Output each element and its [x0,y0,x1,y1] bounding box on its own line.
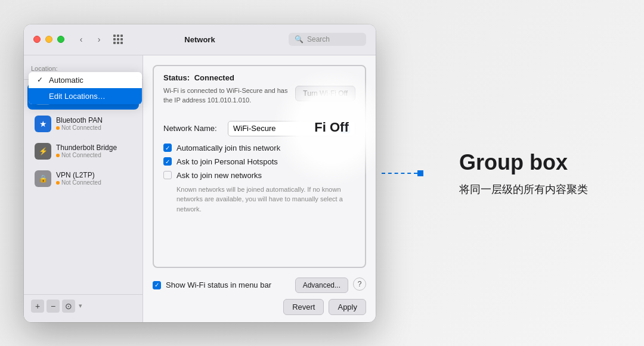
vpn-network-info: VPN (L2TP) Not Connected [56,171,132,186]
page-wrapper: ‹ › Network 🔍 Search Lo [0,0,644,346]
locations-area: Location: ✓ Automatic Edit Locations… [24,60,143,80]
personal-hotspot-label: Ask to join Personal Hotspots [177,157,278,166]
vpn-icon: 🔒 [35,170,51,187]
annotation-subtitle: 将同一层级的所有内容聚类 [459,182,620,197]
thunderbolt-network-info: Thunderbolt Bridge Not Connected [56,144,132,158]
bluetooth-name: Bluetooth PAN [56,116,132,124]
dropdown-item-edit-locations[interactable]: Edit Locations… [29,88,142,104]
back-button[interactable]: ‹ [74,32,88,46]
dropdown-automatic-label: Automatic [49,76,83,85]
sidebar-controls: + − ⊙ ▾ [24,294,143,317]
checkmark-icon: ✓ [37,76,45,84]
more-chevron: ▾ [79,302,82,310]
main-content: Status: Connected Wi-Fi is connected to … [143,55,376,322]
network-name-input[interactable]: WiFi-Secure ▲ [228,121,355,136]
network-name-row: Network Name: WiFi-Secure ▲ [163,121,355,136]
vpn-status: Not Connected [56,179,132,186]
sidebar: Location: ✓ Automatic Edit Locations… [24,55,143,322]
new-networks-label: Ask to join new networks [177,171,262,180]
bottom-buttons-right: Advanced... ? [295,278,366,293]
show-wifi-check[interactable]: ✓ Show Wi-Fi status in menu bar [153,280,271,289]
locations-label: Location: [31,65,135,72]
dashed-line [382,173,417,174]
bluetooth-icon: ★ [35,116,51,132]
dropdown-item-automatic[interactable]: ✓ Automatic [29,72,142,88]
dashed-connector [382,170,423,176]
status-row: Status: Connected [163,73,288,82]
minimize-button[interactable] [45,36,52,43]
search-icon: 🔍 [295,35,304,43]
close-button[interactable] [33,36,41,43]
window-body: Location: ✓ Automatic Edit Locations… [24,55,376,322]
network-name-value: WiFi-Secure [233,124,276,133]
network-list: Wi-Fi Connected ★ Bluetooth PAN [24,80,143,294]
thunderbolt-name: Thunderbolt Bridge [56,144,132,152]
status-description: Wi-Fi is connected to WiFi-Secure and ha… [163,86,288,105]
grid-icon[interactable] [111,32,125,46]
advanced-button[interactable]: Advanced... [295,278,348,293]
right-annotation-panel: Group box 将同一层级的所有内容聚类 [423,150,620,197]
remove-network-button[interactable]: − [47,300,60,313]
network-name-label: Network Name: [163,124,223,133]
traffic-lights [33,36,64,43]
show-wifi-checkbox[interactable]: ✓ [153,281,161,289]
show-wifi-row: ✓ Show Wi-Fi status in menu bar Advanced… [153,278,366,293]
stepper-up[interactable]: ▲ [340,124,350,133]
locations-dropdown[interactable]: ✓ Automatic Edit Locations… [29,72,142,104]
network-item-vpn[interactable]: 🔒 VPN (L2TP) Not Connected [27,166,139,192]
bluetooth-network-info: Bluetooth PAN Not Connected [56,116,132,131]
forward-button[interactable]: › [92,32,106,46]
search-placeholder: Search [307,35,330,43]
dropdown-edit-locations-label: Edit Locations… [49,92,106,101]
connector-dot [417,170,423,176]
thunderbolt-icon: ⚡ [35,143,51,160]
auto-join-row[interactable]: ✓ Automatically join this network [163,144,355,152]
new-networks-checkbox[interactable] [163,171,172,179]
search-bar[interactable]: 🔍 Search [289,33,366,46]
help-button[interactable]: ? [353,278,366,291]
network-item-bluetooth[interactable]: ★ Bluetooth PAN Not Connected [27,111,139,137]
fullscreen-button[interactable] [57,36,64,43]
vpn-status-dot [56,181,60,185]
more-options-button[interactable]: ⊙ [62,300,75,313]
revert-button[interactable]: Revert [283,299,324,315]
network-item-thunderbolt[interactable]: ⚡ Thunderbolt Bridge Not Connected [27,138,139,164]
new-networks-description: Known networks will be joined automatica… [177,185,355,214]
group-header: Status: Connected Wi-Fi is connected to … [163,73,355,114]
add-network-button[interactable]: + [31,300,44,313]
annotation-title: Group box [459,150,620,175]
apply-button[interactable]: Apply [329,299,366,315]
new-networks-row[interactable]: Ask to join new networks [163,171,355,180]
show-wifi-label: Show Wi-Fi status in menu bar [166,280,271,289]
status-value: Connected [194,73,234,82]
bottom-area: ✓ Show Wi-Fi status in menu bar Advanced… [143,273,376,322]
bt-status-dot [56,126,60,130]
status-label: Status: [163,73,190,82]
mac-window: ‹ › Network 🔍 Search Lo [24,24,376,322]
personal-hotspot-checkbox[interactable]: ✓ [163,157,172,166]
title-bar: ‹ › Network 🔍 Search [24,24,376,55]
action-buttons: Revert Apply [153,299,366,315]
tb-status-dot [56,154,60,157]
personal-hotspot-row[interactable]: ✓ Ask to join Personal Hotspots [163,157,355,166]
bluetooth-status: Not Connected [56,124,132,131]
auto-join-label: Automatically join this network [177,144,280,152]
auto-join-checkbox[interactable]: ✓ [163,144,172,152]
vpn-name: VPN (L2TP) [56,171,132,179]
window-title: Network [184,35,215,44]
nav-buttons: ‹ › [74,32,106,46]
wifi-group-box: Status: Connected Wi-Fi is connected to … [153,65,366,268]
thunderbolt-status: Not Connected [56,152,132,158]
turn-wifi-off-button[interactable]: Turn Wi-Fi Off [295,86,355,101]
